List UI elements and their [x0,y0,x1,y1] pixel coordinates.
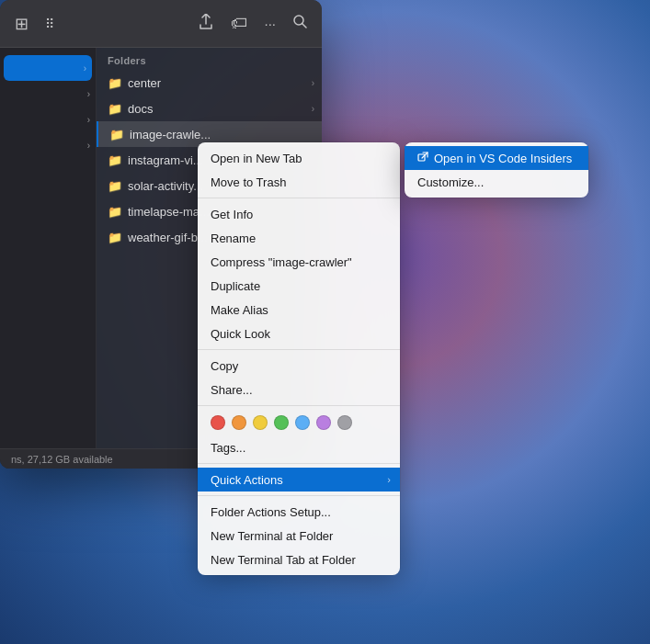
menu-new-terminal-folder[interactable]: New Terminal at Folder [198,524,400,548]
folder-icon: 📁 [108,179,122,193]
menu-quick-actions[interactable]: Quick Actions › [198,468,400,491]
quick-actions-submenu: Open in VS Code Insiders Customize... [405,142,588,198]
color-dot-orange[interactable] [232,415,246,430]
menu-share[interactable]: Share... [198,378,400,401]
folder-icon: 📁 [108,205,122,219]
folder-name: instagram-vi... [128,153,203,167]
folder-icon: 📁 [108,153,122,167]
external-link-icon [417,152,428,165]
svg-line-1 [302,24,306,28]
sidebar-item-1[interactable]: › [4,55,92,81]
tag-icon[interactable]: 🏷 [227,10,251,37]
sidebar-item-3[interactable]: › [0,107,96,132]
menu-tags[interactable]: Tags... [198,435,400,459]
sidebar-item-2[interactable]: › [0,81,96,107]
folder-name: image-crawle... [130,128,211,141]
color-dot-blue[interactable] [295,415,310,430]
grid-view-icon[interactable]: ⊞ [11,10,32,38]
folder-icon: 📁 [109,128,124,141]
sidebar: › › › › [0,48,97,469]
submenu-arrow-icon: › [387,474,391,485]
svg-rect-2 [418,154,425,161]
sidebar-arrow: › [87,115,90,125]
more-icon[interactable]: ··· [260,12,279,35]
separator-2 [198,349,400,350]
separator-1 [198,198,400,198]
sidebar-item-4[interactable]: › [0,132,96,158]
folder-docs[interactable]: 📁 docs › [97,96,322,121]
folder-icon: 📁 [108,231,122,244]
search-icon[interactable] [289,10,311,37]
folders-header: Folders [97,48,322,70]
color-dot-purple[interactable] [316,415,331,430]
menu-get-info[interactable]: Get Info [198,202,400,226]
folder-center[interactable]: 📁 center › [97,70,322,96]
menu-open-new-tab[interactable]: Open in New Tab [198,146,400,170]
apps-view-icon[interactable]: ⠿ [41,13,58,35]
sidebar-arrow: › [84,63,86,73]
menu-make-alias[interactable]: Make Alias [198,298,400,322]
folder-arrow: › [312,78,314,88]
color-dot-red[interactable] [211,415,225,430]
color-dots-row [198,410,400,435]
color-dot-green[interactable] [274,415,289,430]
submenu-customize-label: Customize... [417,175,484,189]
folder-icon: 📁 [108,102,122,116]
submenu-customize[interactable]: Customize... [405,170,588,194]
folder-name: weather-gif-b... [128,231,208,244]
context-menu: Open in New Tab Move to Trash Get Info R… [198,142,400,575]
folder-icon: 📁 [108,76,122,90]
menu-quick-look[interactable]: Quick Look [198,322,400,345]
sidebar-arrow: › [87,141,90,151]
separator-5 [198,495,400,496]
submenu-open-vscode[interactable]: Open in VS Code Insiders [405,146,588,170]
finder-toolbar: ⊞ ⠿ 🏷 ··· [0,0,322,48]
sidebar-item-5[interactable] [0,158,96,184]
status-text: ns, 27,12 GB available [11,454,113,465]
separator-3 [198,405,400,406]
folder-name: center [128,76,161,90]
separator-4 [198,463,400,464]
share-icon[interactable] [194,10,218,38]
color-dot-yellow[interactable] [253,415,268,430]
menu-move-to-trash[interactable]: Move to Trash [198,170,400,194]
menu-duplicate[interactable]: Duplicate [198,274,400,298]
folder-name: docs [128,102,153,116]
menu-new-terminal-tab[interactable]: New Terminal Tab at Folder [198,548,400,571]
submenu-vscode-label: Open in VS Code Insiders [434,152,572,165]
menu-copy[interactable]: Copy [198,354,400,378]
color-dot-gray[interactable] [337,415,352,430]
menu-folder-actions-setup[interactable]: Folder Actions Setup... [198,500,400,524]
folder-name: solar-activity... [128,179,203,193]
folder-arrow: › [312,104,314,114]
menu-rename[interactable]: Rename [198,226,400,250]
sidebar-arrow: › [87,89,90,99]
menu-compress[interactable]: Compress "image-crawler" [198,250,400,274]
